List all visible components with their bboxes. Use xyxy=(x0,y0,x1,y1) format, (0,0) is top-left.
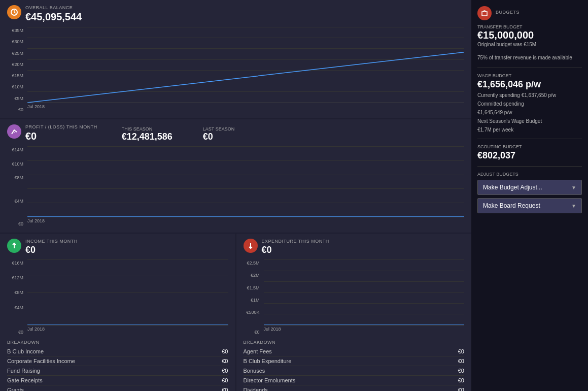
scouting-budget-value: €802,037 xyxy=(477,150,582,161)
wage-budget-value: €1,656,046 p/w xyxy=(477,79,582,90)
expenditure-x-label: Jul 2018 xyxy=(264,327,465,332)
expenditure-breakdown-label: BREAKDOWN xyxy=(244,340,465,345)
y-label-10m: €10M xyxy=(7,84,25,89)
main-layout: OVERALL BALANCE €45,095,544 €35M €30M €2… xyxy=(0,0,588,391)
profit-loss-y-labels: €14M €10M €8M €4M €0 xyxy=(7,146,25,227)
expenditure-y-labels: €2.5M €2M €1.5M €1M €500K €0 xyxy=(244,259,262,336)
right-panel: BUDGETS TRANSFER BUDGET €15,000,000 Orig… xyxy=(471,0,588,391)
profit-loss-label: PROFIT / (LOSS) THIS MONTH xyxy=(25,124,97,129)
y-label-35m: €35M xyxy=(7,28,25,33)
expenditure-svg xyxy=(264,259,465,325)
income-chart: €16M €12M €8M €4M €0 xyxy=(7,259,228,336)
income-chart-inner xyxy=(27,259,228,325)
income-row-4-value: €0 xyxy=(222,377,228,383)
wage-detail-3: €1,645,649 p/w xyxy=(477,109,582,116)
exp-row-1: Agent Fees €0 xyxy=(244,347,465,356)
overall-balance-header: OVERALL BALANCE €45,095,544 xyxy=(7,5,464,23)
exp-row-5-value: €0 xyxy=(458,387,464,391)
income-header: INCOME THIS MONTH €0 xyxy=(7,239,228,255)
expenditure-breakdown-table: Agent Fees €0 B Club Expenditure €0 Bonu… xyxy=(244,347,465,391)
wage-detail-4: Next Season's Wage Budget xyxy=(477,118,582,125)
income-icon xyxy=(7,239,21,253)
expenditure-label: EXPENDITURE THIS MONTH xyxy=(262,239,329,244)
income-row-5-value: €0 xyxy=(222,387,228,391)
expenditure-card: EXPENDITURE THIS MONTH €0 €2.5M €2M €1.5… xyxy=(236,234,472,391)
profit-loss-chart: €14M €10M €8M €4M €0 xyxy=(7,146,464,227)
income-row-2-name: Corporate Facilities Income xyxy=(7,358,75,364)
bottom-row: INCOME THIS MONTH €0 €16M €12M €8M €4M €… xyxy=(0,234,471,391)
profit-loss-chart-inner xyxy=(27,146,464,217)
income-row-3-value: €0 xyxy=(222,368,228,374)
overall-balance-card: OVERALL BALANCE €45,095,544 €35M €30M €2… xyxy=(0,0,471,118)
income-svg xyxy=(27,259,228,325)
this-season-value: €12,481,586 xyxy=(122,132,172,142)
budgets-icon xyxy=(477,6,492,20)
overall-balance-y-labels: €35M €30M €25M €20M €15M €10M €5M €0 xyxy=(7,27,25,113)
budgets-title: BUDGETS xyxy=(496,10,520,15)
income-info: INCOME THIS MONTH €0 xyxy=(25,239,78,255)
overall-balance-svg xyxy=(27,27,464,103)
income-row-2-value: €0 xyxy=(222,358,228,364)
make-board-request-button[interactable]: Make Board Request ▼ xyxy=(477,198,582,213)
divider-1 xyxy=(477,68,582,68)
exp-row-5: Dividends €0 xyxy=(244,385,465,391)
y-label-0: €0 xyxy=(7,107,25,112)
overall-balance-chart-inner xyxy=(27,27,464,103)
income-breakdown-table: B Club Income €0 Corporate Facilities In… xyxy=(7,347,228,391)
last-season-value: €0 xyxy=(203,132,234,142)
profit-loss-season-row: THIS SEASON €12,481,586 LAST SEASON €0 xyxy=(122,126,234,142)
income-row-1-value: €0 xyxy=(222,348,228,354)
income-row-5-name: Grants xyxy=(7,387,24,391)
exp-row-3: Bonuses €0 xyxy=(244,366,465,376)
exp-row-4: Director Emoluments €0 xyxy=(244,376,465,385)
adjust-budgets-label: ADJUST BUDGETS xyxy=(477,172,582,177)
exp-row-2: B Club Expenditure €0 xyxy=(244,356,465,366)
make-budget-adjust-button[interactable]: Make Budget Adjust... ▼ xyxy=(477,180,582,195)
divider-2 xyxy=(477,139,582,139)
income-y-labels: €16M €12M €8M €4M €0 xyxy=(7,259,25,336)
make-budget-adjust-label: Make Budget Adjust... xyxy=(483,184,542,191)
exp-row-1-name: Agent Fees xyxy=(244,348,272,354)
this-season-label: THIS SEASON xyxy=(122,126,172,132)
profit-loss-x-label: Jul 2018 xyxy=(27,218,464,223)
y-label-25m: €25M xyxy=(7,51,25,56)
income-row-1: B Club Income €0 xyxy=(7,347,228,356)
last-season-label: LAST SEASON xyxy=(203,126,234,132)
expenditure-icon xyxy=(244,239,258,253)
overall-balance-x-label: Jul 2018 xyxy=(27,104,464,109)
budget-adjust-chevron: ▼ xyxy=(571,185,576,190)
income-row-3: Fund Raising €0 xyxy=(7,366,228,376)
y-label-5m: €5M xyxy=(7,96,25,101)
transfer-budget-value: €15,000,000 xyxy=(477,29,582,41)
y-label-15m: €15M xyxy=(7,73,25,78)
transfer-budget-label: TRANSFER BUDGET xyxy=(477,24,582,29)
exp-row-2-name: B Club Expenditure xyxy=(244,358,292,364)
transfer-note-1: Original budget was €15M xyxy=(477,41,582,48)
profit-loss-value: €0 xyxy=(25,131,97,142)
y-label-20m: €20M xyxy=(7,62,25,67)
income-breakdown-label: BREAKDOWN xyxy=(7,340,228,345)
svg-rect-1 xyxy=(482,12,487,16)
income-card: INCOME THIS MONTH €0 €16M €12M €8M €4M €… xyxy=(0,234,235,391)
expenditure-chart: €2.5M €2M €1.5M €1M €500K €0 xyxy=(244,259,465,336)
wage-detail-5: €1.7M per week xyxy=(477,126,582,134)
y-label-30m: €30M xyxy=(7,39,25,44)
profit-loss-header: PROFIT / (LOSS) THIS MONTH €0 THIS SEASO… xyxy=(7,124,464,142)
overall-balance-info: OVERALL BALANCE €45,095,544 xyxy=(25,5,82,23)
overall-balance-label: OVERALL BALANCE xyxy=(25,5,82,10)
income-row-2: Corporate Facilities Income €0 xyxy=(7,356,228,366)
income-x-label: Jul 2018 xyxy=(27,327,228,332)
this-season-info: THIS SEASON €12,481,586 xyxy=(122,126,172,142)
income-row-4-name: Gate Receipts xyxy=(7,377,43,383)
income-row-5: Grants €0 xyxy=(7,385,228,391)
scouting-budget-label: SCOUTING BUDGET xyxy=(477,144,582,149)
expenditure-value: €0 xyxy=(262,245,329,255)
profit-loss-info: PROFIT / (LOSS) THIS MONTH €0 xyxy=(25,124,97,142)
income-value: €0 xyxy=(25,245,78,255)
exp-row-3-name: Bonuses xyxy=(244,368,265,374)
board-request-chevron: ▼ xyxy=(571,203,576,209)
wage-detail-1: Currently spending €1,637,650 p/w xyxy=(477,92,582,99)
profit-loss-svg xyxy=(27,146,464,217)
transfer-note-2: 75% of transfer revenue is made availabl… xyxy=(477,54,582,61)
divider-3 xyxy=(477,166,582,167)
